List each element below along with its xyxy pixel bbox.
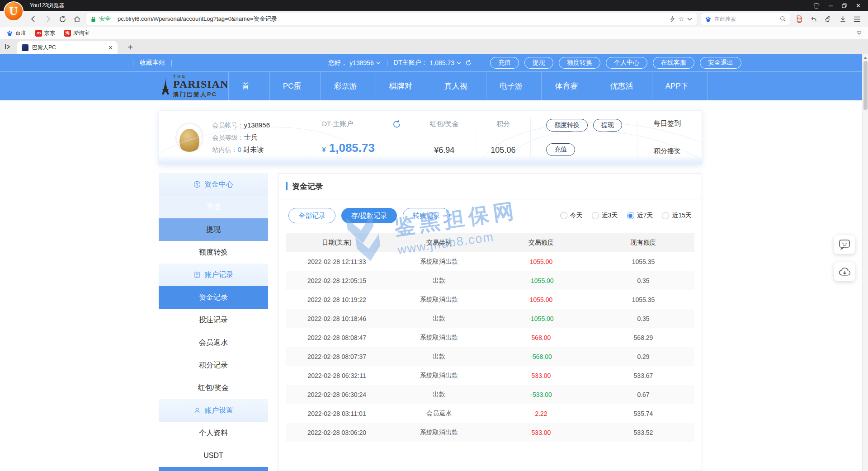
sidebar-item-label: 额度转换	[199, 248, 228, 257]
table-row: 2022-02-28 06:32:11系统取消出款533.00533.67	[286, 366, 694, 385]
user-menu[interactable]: 您好，y138956	[328, 59, 381, 67]
url-dropdown-icon[interactable]	[687, 18, 692, 21]
tab-close-icon[interactable]: ✕	[108, 44, 113, 51]
search-box[interactable]: 在此搜索	[701, 13, 790, 25]
sidebar-item[interactable]: 额度转换	[159, 241, 268, 264]
forward-icon[interactable]	[42, 14, 53, 24]
topbar-button-额度转换[interactable]: 额度转换	[559, 57, 600, 69]
transfer-button[interactable]: 额度转换	[546, 119, 588, 132]
withdraw-button[interactable]: 提现	[593, 119, 622, 132]
search-icon[interactable]	[780, 16, 786, 22]
avatar[interactable]	[175, 122, 203, 152]
topbar-wallet[interactable]: DT主账户：1,085.73	[394, 59, 472, 67]
sidebar-item[interactable]: 账户记录	[159, 264, 268, 286]
sidebar-item[interactable]: 提现	[159, 218, 268, 241]
title-accent	[286, 182, 288, 190]
browser-tab[interactable]: 巴黎人PC ✕	[17, 41, 118, 54]
page-content: 收藏本站 您好，y138956 DT主账户：1,085.73 充值提现额度转换个…	[0, 54, 868, 471]
browser-logo: U	[4, 1, 24, 21]
cell-amount: 568.00	[490, 334, 592, 341]
jd-icon: JD	[35, 30, 42, 37]
refresh-icon[interactable]	[57, 14, 68, 24]
bookmark-item[interactable]: 百度	[6, 29, 26, 37]
funds-table: 日期(美东)交易类别交易额度现有额度 2022-02-28 12:11:33系统…	[286, 233, 694, 442]
sidebar-item[interactable]: 积分记录	[159, 354, 268, 377]
date-range-option[interactable]: 今天	[560, 212, 583, 220]
topbar-button-安全退出[interactable]: 安全退出	[700, 57, 741, 69]
scroll-up-icon[interactable]	[863, 57, 867, 59]
cleaner-icon[interactable]	[823, 14, 834, 24]
cell-date: 2022-02-28 08:07:37	[286, 353, 388, 360]
mail-count[interactable]: 0	[238, 146, 241, 153]
topbar-button-在线客服[interactable]: 在线客服	[653, 57, 694, 69]
topbar-button-充值[interactable]: 充值	[490, 57, 519, 69]
date-range-option[interactable]: 近7天	[627, 212, 653, 220]
back-icon[interactable]	[28, 14, 39, 24]
daily-signin-link[interactable]: 每日签到	[654, 119, 702, 128]
nav-item[interactable]: 棋牌对战	[376, 72, 431, 101]
account-label: 会员帐号：	[212, 122, 244, 129]
sidebar-item[interactable]: 资金中心	[159, 173, 268, 196]
filter-pill[interactable]: 全部记录	[288, 208, 335, 223]
nav-item[interactable]: 真人视讯	[431, 72, 486, 101]
url-bar[interactable]: 安全 pc.blryl6.com/#/personal/accountLog?t…	[86, 13, 697, 25]
search-placeholder[interactable]: 在此搜索	[714, 15, 777, 23]
nav-item[interactable]: 彩票游戏	[320, 72, 375, 101]
deposit-button[interactable]: 充值	[546, 143, 575, 156]
customer-service-button[interactable]	[834, 235, 855, 254]
menu-icon[interactable]	[852, 14, 863, 24]
close-icon[interactable]: ✕	[856, 3, 861, 9]
scrollbar-thumb[interactable]	[863, 61, 868, 110]
url-text[interactable]: pc.blryl6.com/#/personal/accountLog?tag=…	[118, 15, 277, 23]
undo-icon[interactable]	[808, 14, 819, 24]
nav-item[interactable]: 优惠活动	[597, 72, 652, 101]
sidebar-item[interactable]: 充值	[159, 196, 268, 218]
new-tab-icon[interactable]: ＋	[126, 42, 135, 51]
nav-item[interactable]: PC蛋蛋	[269, 72, 321, 101]
sidebar-item[interactable]: 红包/奖金	[159, 377, 268, 399]
range-label: 近15天	[672, 212, 692, 220]
nav-item[interactable]: 电子游艺	[486, 72, 541, 101]
sidebar-item[interactable]: 会员返水	[159, 331, 268, 354]
sidebar-item-label: 红包/奖金	[198, 383, 229, 393]
sidebar-item[interactable]: 账户设置	[159, 399, 268, 422]
sidebar-item-label: 投注记录	[199, 316, 228, 325]
bookmark-star-icon[interactable]: ☆	[678, 15, 684, 23]
app-download-button[interactable]	[834, 262, 855, 281]
nav-item[interactable]: 首页	[228, 72, 269, 101]
minimize-icon[interactable]: ─	[829, 3, 833, 9]
restore-icon[interactable]	[842, 3, 847, 8]
cell-date: 2022-02-28 12:11:33	[286, 258, 388, 265]
radio-icon[interactable]	[592, 212, 599, 219]
radio-icon[interactable]	[627, 212, 634, 219]
flash-icon[interactable]	[670, 16, 675, 22]
date-range-option[interactable]: 近15天	[662, 212, 692, 220]
page-scrollbar[interactable]	[862, 54, 868, 471]
sidebar-toggle-icon[interactable]	[5, 44, 11, 50]
sidebar-item[interactable]: 资金记录	[159, 286, 268, 309]
sidebar-item[interactable]: 个人资料	[159, 422, 268, 444]
bookmarks-collapse-icon[interactable]	[857, 31, 862, 35]
filter-pill[interactable]: 存/提款记录	[341, 208, 397, 223]
bookmark-item[interactable]: 淘爱淘宝	[64, 29, 90, 37]
skin-icon[interactable]	[813, 3, 820, 9]
topbar-button-个人中心[interactable]: 个人中心	[606, 57, 647, 69]
topbar-button-提现[interactable]: 提现	[524, 57, 553, 69]
home-icon[interactable]	[71, 14, 82, 24]
radio-icon[interactable]	[662, 212, 669, 219]
service-chat-icon	[839, 239, 850, 250]
filter-pill[interactable]: 转账记录	[403, 208, 450, 223]
points-lottery-link[interactable]: 积分摇奖	[654, 147, 702, 155]
nav-item[interactable]: APP下载	[652, 72, 708, 101]
nav-item[interactable]: 体育赛事	[541, 72, 596, 101]
sidebar-item[interactable]: 投注记录	[159, 309, 268, 331]
refresh-wallet-icon[interactable]	[392, 120, 401, 128]
date-range-option[interactable]: 近3天	[592, 212, 618, 220]
bookmark-item[interactable]: JD京东	[35, 29, 55, 37]
sidebar-item[interactable]: USDT	[159, 444, 268, 467]
site-logo[interactable]: THE PARISIAN 澳门巴黎人PC	[160, 74, 228, 99]
download-icon[interactable]	[837, 14, 848, 24]
radio-icon[interactable]	[560, 212, 567, 219]
favorite-site-link[interactable]: 收藏本站	[140, 59, 165, 67]
pdf-icon[interactable]: PDF	[794, 14, 805, 24]
